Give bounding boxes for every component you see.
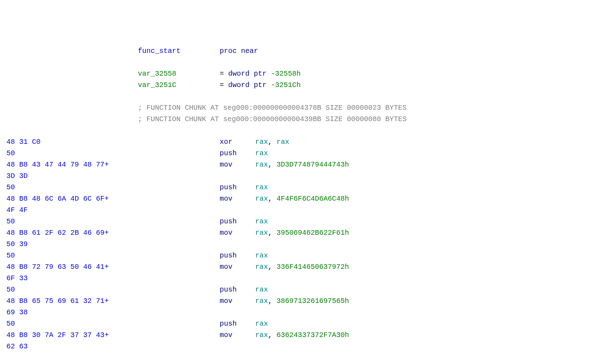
- operand-register: rax: [255, 318, 268, 330]
- hex-bytes: 69 38: [0, 307, 138, 318]
- disasm-line[interactable]: 3D 3D: [0, 170, 590, 182]
- hex-bytes: 4F 4F: [0, 205, 138, 216]
- hex-bytes: 50: [0, 216, 138, 227]
- hex-bytes: 50 39: [0, 239, 138, 250]
- mnemonic: xor: [220, 136, 255, 148]
- disasm-line[interactable]: 50pushrax: [0, 148, 590, 159]
- mnemonic: push: [220, 182, 255, 193]
- disasm-line[interactable]: 50 39: [0, 239, 590, 250]
- operand-immediate: 4F4F6F6C4D6A6C48h: [277, 193, 349, 205]
- mnemonic: push: [220, 284, 255, 295]
- comma: ,: [268, 193, 277, 205]
- comma: ,: [268, 295, 277, 307]
- operand-register: rax: [255, 193, 268, 205]
- operand-register: rax: [255, 216, 268, 227]
- comma: ,: [268, 227, 277, 239]
- var-name[interactable]: var_3251C: [138, 80, 220, 91]
- hex-bytes: 50: [0, 284, 138, 295]
- hex-bytes: 50: [0, 182, 138, 193]
- comma: ,: [268, 261, 277, 273]
- disasm-line[interactable]: 50pushrax: [0, 182, 590, 193]
- disasm-line[interactable]: 48 31 C0xorrax, rax: [0, 136, 590, 148]
- operand-register: rax: [255, 227, 268, 239]
- disasm-line[interactable]: 48 B8 72 79 63 50 46 41+movrax, 336F4146…: [0, 261, 590, 273]
- operand-register: rax: [255, 182, 268, 193]
- var-offset: -32558h: [267, 68, 301, 80]
- var-offset: -3251Ch: [267, 80, 301, 91]
- hex-bytes: 48 B8 48 6C 6A 4D 6C 6F+: [0, 193, 138, 205]
- operand-register: rax: [255, 136, 268, 148]
- hex-bytes: 3D 3D: [0, 170, 138, 182]
- disasm-line[interactable]: 50pushrax: [0, 216, 590, 227]
- var-name[interactable]: var_32558: [138, 68, 220, 80]
- hex-bytes: 62 63: [0, 341, 138, 352]
- operand-register: rax: [255, 159, 268, 170]
- dword-keyword: dword: [228, 80, 250, 91]
- mnemonic: push: [220, 216, 255, 227]
- operand-immediate: 3869713261697565h: [277, 295, 349, 307]
- disasm-line[interactable]: 48 B8 65 75 69 61 32 71+movrax, 38697132…: [0, 295, 590, 307]
- ptr-keyword: ptr: [254, 68, 267, 80]
- mnemonic: mov: [220, 193, 255, 205]
- disasm-line[interactable]: 50pushrax: [0, 318, 590, 330]
- hex-bytes: 6F 33: [0, 273, 138, 284]
- disasm-line[interactable]: 4F 4F: [0, 205, 590, 216]
- disasm-line[interactable]: 48 B8 43 47 44 79 48 77+movrax, 3D3D7748…: [0, 159, 590, 170]
- operand-immediate: 63624337372F7A30h: [277, 330, 349, 341]
- operand-immediate: 336F414650637972h: [277, 261, 349, 273]
- hex-bytes: 48 B8 72 79 63 50 46 41+: [0, 261, 138, 273]
- ptr-keyword: ptr: [254, 80, 267, 91]
- operand-register: rax: [255, 330, 268, 341]
- disasm-line[interactable]: 48 B8 61 2F 62 2B 46 69+movrax, 39506946…: [0, 227, 590, 239]
- disasm-line[interactable]: 50pushrax: [0, 250, 590, 261]
- hex-bytes: 48 B8 30 7A 2F 37 37 43+: [0, 330, 138, 341]
- mnemonic: mov: [220, 227, 255, 239]
- operand-register: rax: [255, 284, 268, 295]
- mnemonic: push: [220, 148, 255, 159]
- mnemonic: mov: [220, 295, 255, 307]
- operand-register: rax: [255, 148, 268, 159]
- comma: ,: [268, 330, 277, 341]
- proc-near: proc near: [220, 45, 258, 57]
- disasm-line[interactable]: 69 38: [0, 307, 590, 318]
- hex-bytes: 48 B8 65 75 69 61 32 71+: [0, 295, 138, 307]
- hex-bytes: 48 31 C0: [0, 136, 138, 148]
- operand-register: rax: [255, 295, 268, 307]
- disasm-line[interactable]: 48 B8 30 7A 2F 37 37 43+movrax, 63624337…: [0, 330, 590, 341]
- operand-immediate: 395069462B622F61h: [277, 227, 349, 239]
- hex-bytes: 50: [0, 318, 138, 330]
- disasm-line[interactable]: 6F 33: [0, 273, 590, 284]
- mnemonic: mov: [220, 261, 255, 273]
- mnemonic: mov: [220, 159, 255, 170]
- hex-bytes: 50: [0, 250, 138, 261]
- eq: =: [220, 68, 228, 80]
- dword-keyword: dword: [228, 68, 250, 80]
- eq: =: [220, 80, 228, 91]
- hex-bytes: 50: [0, 148, 138, 159]
- function-chunk-comment: ; FUNCTION CHUNK AT seg000:0000000000043…: [138, 102, 407, 114]
- function-label[interactable]: func_start: [138, 45, 220, 57]
- mnemonic: push: [220, 318, 255, 330]
- mnemonic: push: [220, 250, 255, 261]
- mnemonic: mov: [220, 330, 255, 341]
- hex-bytes: 48 B8 43 47 44 79 48 77+: [0, 159, 138, 170]
- operand-register: rax: [255, 250, 268, 261]
- operand-register: rax: [255, 261, 268, 273]
- function-chunk-comment: ; FUNCTION CHUNK AT seg000:0000000000043…: [138, 114, 407, 125]
- comma: ,: [268, 159, 277, 170]
- hex-bytes: 48 B8 61 2F 62 2B 46 69+: [0, 227, 138, 239]
- disasm-line[interactable]: 62 63: [0, 341, 590, 352]
- disasm-line[interactable]: 48 B8 48 6C 6A 4D 6C 6F+movrax, 4F4F6F6C…: [0, 193, 590, 205]
- comma: ,: [268, 136, 277, 148]
- operand-register: rax: [277, 136, 289, 148]
- operand-immediate: 3D3D774879444743h: [277, 159, 349, 170]
- disasm-line[interactable]: 50pushrax: [0, 284, 590, 295]
